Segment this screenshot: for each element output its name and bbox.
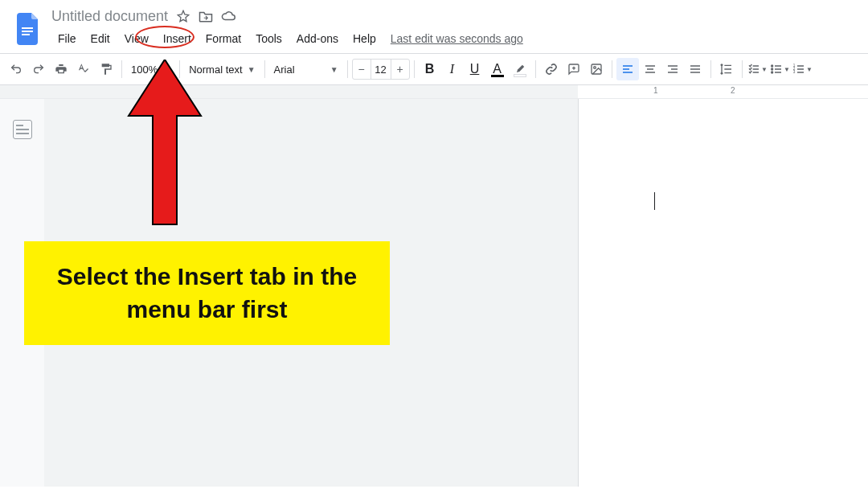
svg-point-7 (772, 72, 773, 73)
ruler: 1 2 (0, 85, 868, 99)
chevron-down-icon: ▼ (248, 65, 256, 74)
menu-format[interactable]: Format (199, 29, 248, 48)
numbered-list-button[interactable]: 123▼ (792, 58, 814, 80)
text-color-button[interactable]: A (486, 58, 509, 80)
zoom-dropdown[interactable]: 100%▼ (126, 58, 175, 80)
svg-rect-1 (22, 31, 33, 32)
zoom-value: 100% (131, 64, 158, 76)
svg-point-6 (772, 68, 773, 70)
cloud-status-icon[interactable] (221, 9, 235, 23)
font-size-increase[interactable]: + (391, 63, 409, 76)
separator (414, 60, 415, 78)
move-folder-icon[interactable] (199, 9, 213, 23)
menu-edit[interactable]: Edit (84, 29, 117, 48)
font-size-value[interactable]: 12 (371, 60, 391, 79)
last-edit-link[interactable]: Last edit was seconds ago (391, 32, 523, 45)
spellcheck-button[interactable] (72, 58, 95, 80)
undo-button[interactable] (5, 58, 27, 80)
separator (179, 60, 180, 78)
underline-button[interactable]: U (464, 58, 486, 80)
insert-link-button[interactable] (540, 58, 563, 80)
font-size-decrease[interactable]: − (353, 63, 371, 76)
toolbar: 100%▼ Normal text▼ Arial▼ − 12 + B I U A… (0, 53, 868, 85)
bulleted-list-button[interactable]: ▼ (769, 58, 792, 80)
align-justify-button[interactable] (684, 58, 706, 80)
highlight-button[interactable] (509, 58, 531, 80)
ruler-tick: 2 (731, 86, 735, 95)
menu-help[interactable]: Help (346, 29, 383, 48)
menu-tools[interactable]: Tools (249, 29, 289, 48)
separator (612, 60, 612, 78)
separator (264, 60, 265, 78)
svg-point-4 (593, 67, 596, 69)
add-comment-button[interactable] (563, 58, 585, 80)
align-right-button[interactable] (661, 58, 684, 80)
chevron-down-icon: ▼ (784, 66, 790, 73)
italic-button[interactable]: I (441, 58, 464, 80)
align-left-button[interactable] (616, 58, 639, 80)
redo-button[interactable] (27, 58, 50, 80)
chevron-down-icon: ▼ (761, 66, 768, 73)
annotation-callout: Select the Insert tab in the menu bar fi… (24, 241, 390, 345)
bold-button[interactable]: B (419, 58, 441, 80)
paint-format-button[interactable] (95, 58, 117, 80)
style-value: Normal text (189, 64, 242, 76)
docs-logo[interactable] (14, 10, 43, 48)
print-button[interactable] (50, 58, 72, 80)
menu-view[interactable]: View (118, 29, 155, 48)
text-cursor (654, 192, 655, 210)
separator (347, 60, 348, 78)
star-icon[interactable] (176, 9, 190, 23)
document-outline-icon[interactable] (13, 120, 32, 139)
font-dropdown[interactable]: Arial▼ (269, 58, 343, 80)
menu-insert[interactable]: Insert (157, 29, 198, 48)
document-page[interactable] (578, 99, 868, 487)
menu-addons[interactable]: Add-ons (290, 29, 345, 48)
align-center-button[interactable] (639, 58, 661, 80)
font-value: Arial (274, 64, 295, 76)
font-size-control: − 12 + (352, 59, 410, 80)
svg-rect-0 (22, 27, 33, 29)
separator (535, 60, 536, 78)
separator (121, 60, 122, 78)
line-spacing-button[interactable] (715, 58, 738, 80)
chevron-down-icon: ▼ (162, 65, 170, 74)
svg-point-5 (772, 65, 773, 67)
svg-text:3: 3 (793, 70, 796, 74)
chevron-down-icon: ▼ (806, 66, 813, 73)
insert-image-button[interactable] (585, 58, 608, 80)
separator (710, 60, 711, 78)
style-dropdown[interactable]: Normal text▼ (184, 58, 260, 80)
menu-bar: File Edit View Insert Format Tools Add-o… (51, 29, 523, 48)
svg-rect-2 (22, 34, 30, 35)
document-title[interactable]: Untitled document (51, 8, 168, 25)
menu-file[interactable]: File (51, 29, 83, 48)
separator (742, 60, 743, 78)
checklist-button[interactable]: ▼ (747, 58, 769, 80)
chevron-down-icon: ▼ (330, 65, 338, 74)
ruler-tick: 1 (653, 86, 658, 95)
